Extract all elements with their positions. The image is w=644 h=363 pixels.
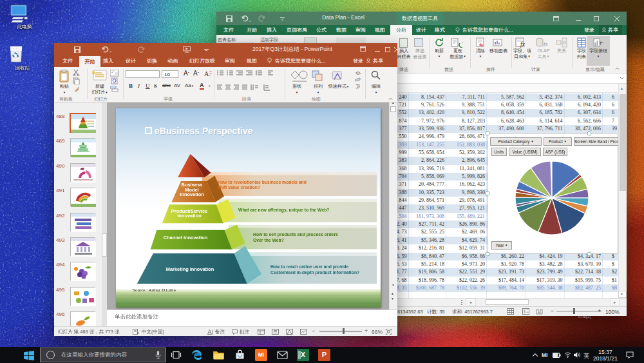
- svg-text:Source : Arthur D.Little: Source : Arthur D.Little: [133, 288, 176, 293]
- svg-text:Innovation: Innovation: [180, 191, 204, 197]
- svg-text:What are new offerings, unique: What are new offerings, unique to the We…: [238, 208, 329, 213]
- svg-text:A: A: [204, 70, 209, 77]
- svg-text:Channel Innovation: Channel Innovation: [164, 235, 208, 240]
- svg-text:Over the Web?: Over the Web?: [253, 237, 284, 242]
- svg-text:How to sell products and proce: How to sell products and process orders: [253, 231, 338, 237]
- svg-text:fx: fx: [520, 41, 526, 48]
- svg-text:eBusiness Perspective: eBusiness Perspective: [155, 126, 253, 136]
- svg-text:Innovation: Innovation: [177, 213, 202, 219]
- svg-text:fx: fx: [544, 41, 548, 47]
- svg-text:shift value creation?: shift value creation?: [218, 185, 260, 190]
- svg-text:Marketing Innovation: Marketing Innovation: [166, 266, 214, 272]
- svg-text:How to reach online user and p: How to reach online user and provide: [270, 264, 348, 269]
- svg-text:Customised In-depth product in: Customised In-depth product information?: [270, 270, 359, 275]
- svg-text:How to revolutionise business: How to revolutionise business models and: [218, 179, 307, 184]
